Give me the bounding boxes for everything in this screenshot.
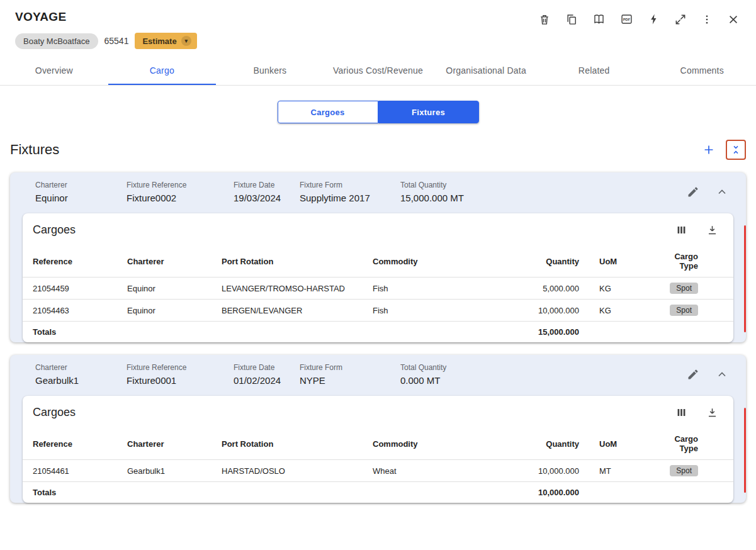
field-label: Fixture Date [234, 181, 300, 189]
validation-indicator [744, 225, 746, 332]
delete-button[interactable] [537, 12, 552, 27]
window-header: VOYAGE PDF [0, 0, 756, 49]
fullscreen-button[interactable] [673, 12, 688, 27]
cell-charterer: Equinor [117, 278, 212, 300]
cargo-row[interactable]: 21054459 Equinor LEVANGER/TROMSO-HARSTAD… [23, 278, 733, 300]
col-commodity: Commodity [363, 428, 501, 460]
add-fixture-button[interactable] [701, 142, 717, 158]
columns-button[interactable] [674, 223, 689, 237]
field-label: Fixture Date [234, 363, 300, 372]
edit-fixture-button[interactable] [685, 367, 701, 382]
voyage-number: 65541 [104, 36, 129, 46]
totals-quantity: 10,000.000 [501, 482, 589, 503]
collapse-fixture-button[interactable] [714, 184, 730, 199]
more-button[interactable] [700, 13, 714, 26]
fixture-card: Charterer Equinor Fixture Reference Fixt… [10, 172, 746, 342]
window-toolbar: PDF [537, 11, 741, 27]
field-value: Supplytime 2017 [300, 193, 400, 203]
col-reference: Reference [23, 245, 117, 278]
cell-commodity: Fish [363, 278, 501, 300]
voyage-window: VOYAGE PDF [0, 0, 756, 550]
tab-organisational-data[interactable]: Organisational Data [432, 58, 540, 85]
col-charterer: Charterer [117, 428, 212, 460]
close-button[interactable] [726, 12, 741, 27]
col-port-rotation: Port Rotation [212, 245, 363, 278]
col-quantity: Quantity [501, 428, 589, 460]
table-header-row: Reference Charterer Port Rotation Commod… [23, 428, 733, 460]
collapse-fixture-button[interactable] [714, 367, 730, 382]
copy-button[interactable] [564, 12, 579, 27]
field-label: Fixture Form [300, 181, 400, 189]
plus-icon [702, 143, 716, 157]
tab-bar: Overview Cargo Bunkers Various Cost/Reve… [0, 58, 756, 86]
download-icon [706, 407, 718, 418]
svg-text:PDF: PDF [623, 18, 631, 21]
view-toggle: Cargoes Fixtures [278, 101, 479, 123]
cargoes-panel: Cargoes Reference Charter [23, 396, 733, 503]
tab-comments[interactable]: Comments [648, 58, 756, 85]
col-cargo-type: Cargo Type [646, 245, 733, 278]
field-value: Gearbulk1 [35, 375, 127, 386]
tab-bunkers[interactable]: Bunkers [216, 58, 324, 85]
cell-reference: 21054463 [23, 300, 117, 322]
fullscreen-icon [674, 13, 687, 26]
cell-reference: 21054461 [23, 460, 117, 482]
cargo-type-badge: Spot [670, 283, 698, 294]
cell-uom: KG [589, 278, 646, 300]
col-port-rotation: Port Rotation [212, 428, 363, 460]
cell-charterer: Gearbulk1 [117, 460, 212, 482]
edit-icon [687, 186, 699, 198]
collapse-all-button[interactable] [726, 140, 746, 160]
cell-quantity: 5,000.000 [501, 278, 589, 300]
estimate-dropdown-button[interactable]: Estimate ▾ [135, 33, 196, 49]
delete-icon [538, 13, 551, 26]
pdf-icon: PDF [620, 13, 633, 26]
cell-uom: KG [589, 300, 646, 322]
cargo-type-badge: Spot [670, 305, 698, 316]
field-value: 15,000.000 MT [400, 193, 464, 203]
cell-reference: 21054459 [23, 278, 117, 300]
cell-port-rotation: HARSTAD/OSLO [212, 460, 363, 482]
cell-commodity: Fish [363, 300, 501, 322]
cargoes-title: Cargoes [33, 223, 76, 237]
field-label: Total Quantity [400, 181, 464, 189]
bolt-button[interactable] [646, 12, 661, 26]
tab-overview[interactable]: Overview [0, 58, 108, 85]
cell-quantity: 10,000.000 [501, 460, 589, 482]
col-commodity: Commodity [363, 245, 501, 278]
estimate-label: Estimate [142, 36, 176, 46]
edit-fixture-button[interactable] [685, 184, 701, 199]
collapse-all-icon [730, 144, 742, 155]
download-button[interactable] [705, 405, 719, 420]
download-button[interactable] [705, 223, 719, 237]
table-header-row: Reference Charterer Port Rotation Commod… [23, 245, 733, 278]
cell-quantity: 10,000.000 [501, 300, 589, 322]
tab-various-cost-revenue[interactable]: Various Cost/Revenue [324, 58, 432, 85]
totals-label: Totals [23, 322, 117, 343]
book-button[interactable] [591, 11, 607, 27]
col-cargo-type: Cargo Type [646, 428, 733, 460]
bolt-icon [648, 13, 660, 25]
chevron-down-icon: ▾ [181, 36, 191, 46]
fixtures-section-title: Fixtures [10, 142, 59, 158]
cell-charterer: Equinor [117, 300, 212, 322]
tab-cargo[interactable]: Cargo [108, 58, 217, 85]
field-value: 01/02/2024 [234, 375, 300, 386]
pdf-button[interactable]: PDF [619, 11, 635, 27]
close-icon [727, 13, 740, 26]
field-label: Charterer [35, 363, 127, 372]
col-uom: UoM [589, 245, 646, 278]
more-icon [701, 14, 713, 25]
page-title: VOYAGE [15, 10, 66, 24]
fixture-header: Charterer Equinor Fixture Reference Fixt… [10, 172, 746, 212]
field-label: Total Quantity [400, 363, 446, 372]
fixture-card: Charterer Gearbulk1 Fixture Reference Fi… [10, 355, 746, 503]
field-label: Charterer [35, 181, 127, 189]
fixtures-toggle-button[interactable]: Fixtures [378, 101, 479, 123]
tab-related[interactable]: Related [540, 58, 648, 85]
cargo-row[interactable]: 21054461 Gearbulk1 HARSTAD/OSLO Wheat 10… [23, 460, 733, 482]
columns-button[interactable] [674, 405, 689, 420]
cargo-row[interactable]: 21054463 Equinor BERGEN/LEVANGER Fish 10… [23, 300, 733, 322]
vessel-chip[interactable]: Boaty McBoatface [15, 33, 98, 49]
cargoes-toggle-button[interactable]: Cargoes [278, 101, 378, 123]
